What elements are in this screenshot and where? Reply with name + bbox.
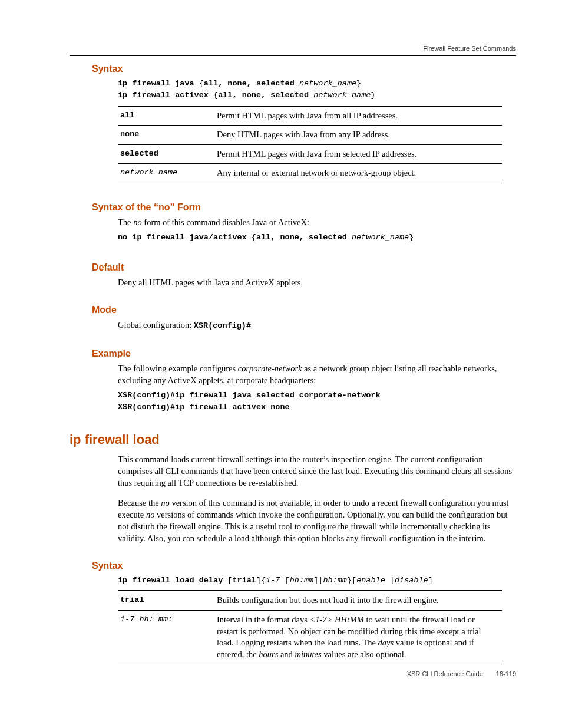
cmd-part: { xyxy=(252,233,256,242)
heading-mode: Mode xyxy=(92,305,516,315)
cmd-part: disable xyxy=(395,576,428,585)
page-content: Syntax ip firewall java {all, none, sele… xyxy=(70,64,516,664)
cmd-part: hh:mm xyxy=(323,576,347,585)
syntax1-commands: ip firewall java {all, none, selected ne… xyxy=(118,78,516,102)
syntax2-table: trial Builds configuration but does not … xyxy=(118,590,502,664)
text-part: no xyxy=(161,498,170,508)
no-form-intro: The no form of this command disables Jav… xyxy=(118,216,516,228)
cmd-part: ] xyxy=(428,576,433,585)
cmd-part: } xyxy=(371,91,375,100)
cmd-part: hh:mm xyxy=(290,576,314,585)
cmd-part: ip firewall java xyxy=(118,79,199,88)
text-part: <1-7> HH:MM xyxy=(309,615,363,624)
text-part: Global configuration: xyxy=(118,320,194,330)
cmd-part: all, none, selected xyxy=(256,233,352,242)
param-desc: Deny HTML pages with Java from any IP ad… xyxy=(214,126,502,145)
heading-default: Default xyxy=(92,262,516,273)
no-form-command: no ip firewall java/activex {all, none, … xyxy=(118,232,516,243)
table-row: all Permit HTML pages with Java from all… xyxy=(118,106,502,126)
text-part: days xyxy=(378,638,394,647)
cmd-part: enable xyxy=(356,576,390,585)
table-row: 1-7 hh: mm: Interval in the format days … xyxy=(118,610,502,664)
text-part: minutes xyxy=(295,650,322,659)
default-text: Deny all HTML pages with Java and Active… xyxy=(118,276,516,288)
text-part: form of this command disables Java or Ac… xyxy=(142,218,309,227)
param-key: network name xyxy=(118,164,214,183)
command-heading-ip-firewall-load: ip firewall load xyxy=(70,432,516,447)
cmd-part: }[ xyxy=(347,576,356,585)
cmd-part: 1-7 xyxy=(266,576,285,585)
text-part: versions of commands which invoke the co… xyxy=(118,510,507,543)
param-key: selected xyxy=(118,144,214,164)
cmd-line: XSR(config)#ip firewall java selected co… xyxy=(118,391,381,400)
page-footer: XSR CLI Reference Guide 16-119 xyxy=(407,670,516,677)
text-part: hours xyxy=(259,650,278,659)
header-rule xyxy=(70,55,516,56)
cmd-part: } xyxy=(356,79,361,88)
command2-para1: This command loads current firewall sett… xyxy=(118,453,516,489)
cmd-part: | xyxy=(390,576,395,585)
syntax2-command: ip firewall load delay [trial]{1-7 [hh:m… xyxy=(118,575,516,587)
command2-para2: Because the no version of this command i… xyxy=(118,497,516,544)
text-part: corporate-network xyxy=(238,364,302,373)
cmd-part: trial xyxy=(232,576,256,585)
cmd-part: delay xyxy=(194,576,228,585)
cmd-part: } xyxy=(409,233,414,242)
text-part: and xyxy=(278,650,295,659)
cmd-part: no ip firewall java/activex xyxy=(118,233,252,242)
cmd-part: { xyxy=(213,91,218,100)
table-row: trial Builds configuration but does not … xyxy=(118,591,502,610)
text-part: Because the xyxy=(118,498,161,508)
text-part: no xyxy=(133,218,142,227)
cmd-part: ]{ xyxy=(256,576,266,585)
text-part: values are also optional. xyxy=(322,650,406,659)
heading-syntax2: Syntax xyxy=(92,561,516,571)
text-part: The xyxy=(118,218,133,227)
syntax1-table: all Permit HTML pages with Java from all… xyxy=(118,106,502,183)
cmd-part: network_name xyxy=(299,79,356,88)
param-key: all xyxy=(118,106,214,126)
cmd-part: all, none, selected xyxy=(204,79,299,88)
cmd-part: ]| xyxy=(313,576,323,585)
table-row: selected Permit HTML pages with Java fro… xyxy=(118,144,502,164)
example-commands: XSR(config)#ip firewall java selected co… xyxy=(118,390,516,414)
cmd-part: [ xyxy=(285,576,290,585)
heading-example: Example xyxy=(92,348,516,359)
cmd-part: network_name xyxy=(352,233,409,242)
text-part: Interval in the format days xyxy=(217,615,309,624)
cmd-part: ip firewall load xyxy=(118,576,194,585)
param-key: 1-7 hh: mm: xyxy=(118,610,214,664)
text-part: The following example configures xyxy=(118,364,238,373)
text-part: no xyxy=(146,510,155,519)
param-desc: Permit HTML pages with Java from all IP … xyxy=(214,106,502,126)
param-desc: Builds configuration but does not load i… xyxy=(214,591,502,610)
param-desc: Permit HTML pages with Java from selecte… xyxy=(214,144,502,164)
table-row: none Deny HTML pages with Java from any … xyxy=(118,126,502,145)
heading-no-form: Syntax of the “no” Form xyxy=(92,202,516,213)
cmd-part: { xyxy=(199,79,204,88)
cmd-part: all, none, selected xyxy=(218,91,313,100)
page-header-right: Firewall Feature Set Commands xyxy=(423,45,516,52)
example-intro: The following example configures corpora… xyxy=(118,363,516,386)
heading-syntax: Syntax xyxy=(92,64,516,74)
cmd-part: ip firewall activex xyxy=(118,91,213,100)
param-desc: Interval in the format days <1-7> HH:MM … xyxy=(214,610,502,664)
mode-text: Global configuration: XSR(config)# xyxy=(118,319,516,332)
cmd-line: XSR(config)#ip firewall activex none xyxy=(118,403,290,411)
cmd-part: network_name xyxy=(313,91,371,100)
param-desc: Any internal or external network or netw… xyxy=(214,164,502,183)
table-row: network name Any internal or external ne… xyxy=(118,164,502,183)
param-key: trial xyxy=(118,591,214,610)
page-container: Firewall Feature Set Commands Syntax ip … xyxy=(0,0,562,728)
text-part: XSR(config)# xyxy=(194,321,251,330)
param-key: none xyxy=(118,126,214,145)
